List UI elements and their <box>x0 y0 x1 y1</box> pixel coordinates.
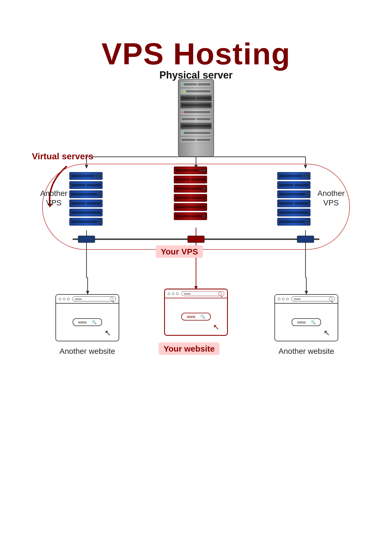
browser-dot <box>168 292 170 295</box>
vps-unit-red <box>174 203 207 211</box>
vps-left <box>69 172 103 226</box>
vps-unit <box>69 209 103 216</box>
slot <box>71 202 85 205</box>
slot <box>182 118 196 120</box>
slot <box>279 184 293 186</box>
vps-unit <box>277 218 310 226</box>
address-text: www. <box>294 297 301 301</box>
rack-unit <box>180 109 212 115</box>
vps-unit-red <box>174 185 207 193</box>
slot <box>184 83 197 85</box>
another-website-right-label: Another website <box>274 347 338 356</box>
search-icon <box>110 297 113 301</box>
your-vps-label: Your VPS <box>156 247 203 256</box>
address-text: www. <box>184 292 191 295</box>
rack-unit <box>180 137 212 143</box>
slot <box>182 97 196 99</box>
vps-right <box>277 172 310 226</box>
led-red <box>182 112 183 113</box>
slot <box>184 111 210 113</box>
vps-unit <box>277 200 310 207</box>
server-tower-container <box>0 79 392 157</box>
search-icon <box>218 292 222 295</box>
btn <box>203 215 205 217</box>
virtual-servers-label: Virtual servers <box>32 151 93 162</box>
btn <box>98 193 101 195</box>
vps-unit <box>69 172 103 180</box>
browser-addressbar-right: www. <box>291 296 335 301</box>
vps-unit <box>277 190 310 198</box>
led-green <box>182 84 183 85</box>
address-pill-right: www. 🔍 <box>292 318 321 326</box>
your-vps-text: Your VPS <box>156 245 203 258</box>
slot <box>197 139 211 141</box>
slot <box>71 193 97 195</box>
browser-left: www. www. 🔍 ↖ <box>55 294 119 341</box>
led-green <box>182 132 183 134</box>
browser-dot <box>59 298 61 300</box>
browser-dot <box>278 298 280 300</box>
address-text: www. <box>75 297 82 301</box>
vps-unit <box>277 209 310 216</box>
browser-titlebar-right: www. <box>275 295 338 304</box>
your-website-text: Your website <box>159 342 220 355</box>
slot <box>176 197 190 199</box>
vps-unit-red <box>174 167 207 174</box>
btn <box>203 188 205 190</box>
slot <box>279 202 293 205</box>
slot <box>71 184 85 186</box>
slot <box>182 139 196 141</box>
vps-unit <box>69 181 103 189</box>
vps-unit <box>69 218 103 226</box>
slot <box>191 197 205 199</box>
rack-unit-dark <box>180 123 212 129</box>
slot <box>182 125 210 127</box>
vps-unit-red <box>174 176 207 183</box>
browser-addressbar-center: www. <box>181 291 224 296</box>
another-vps-right-label: AnotherVPS <box>317 189 345 207</box>
btn <box>306 175 309 177</box>
vps-unit <box>277 181 310 189</box>
slot <box>294 202 309 205</box>
rack-unit <box>180 81 212 87</box>
slot <box>71 221 97 223</box>
slot <box>71 175 94 177</box>
rack-unit <box>180 88 212 94</box>
vps-unit-red <box>174 194 207 202</box>
btn <box>98 221 101 223</box>
led-green <box>182 91 183 92</box>
btn <box>95 175 97 177</box>
slot <box>186 90 210 92</box>
browser-addressbar-left: www. <box>72 296 116 301</box>
search-icon <box>329 297 332 301</box>
slot <box>279 211 309 214</box>
btn <box>303 175 305 177</box>
your-website-label: Your website <box>159 344 220 354</box>
btn <box>98 175 101 177</box>
address-pill-left: www. 🔍 <box>73 318 102 326</box>
slot <box>197 118 211 120</box>
slot <box>176 188 202 190</box>
btn <box>200 169 202 171</box>
browser-dot <box>176 292 179 295</box>
slot <box>279 193 305 195</box>
slot <box>198 83 211 85</box>
rack-unit <box>180 130 212 136</box>
led-yellow <box>184 91 185 92</box>
slot <box>86 202 101 205</box>
another-website-left-label: Another website <box>55 347 119 356</box>
address-pill-center: www. 🔍 <box>181 313 211 321</box>
slot <box>294 184 309 186</box>
slot <box>197 97 211 99</box>
vps-unit <box>277 172 310 180</box>
slot <box>191 178 205 181</box>
browser-right: www. www. 🔍 ↖ <box>274 294 338 341</box>
vps-unit <box>69 190 103 198</box>
slot <box>176 178 190 181</box>
browser-titlebar-center: www. <box>165 289 227 298</box>
browser-center-your: www. www. 🔍 ↖ <box>164 289 228 336</box>
browser-dot <box>63 298 65 300</box>
browser-dot <box>286 298 289 300</box>
vps-unit <box>69 200 103 207</box>
rack-unit <box>180 116 212 122</box>
